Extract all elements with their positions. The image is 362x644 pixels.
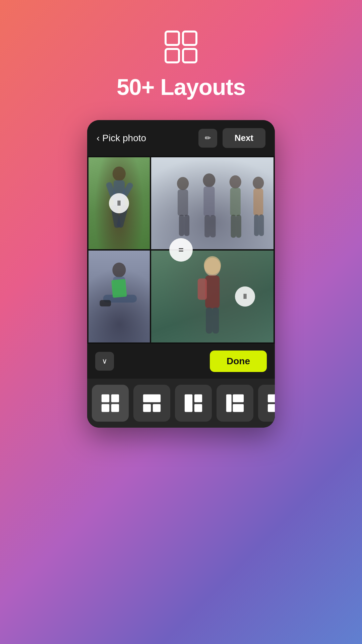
svg-rect-17: [210, 215, 216, 237]
svg-rect-29: [100, 300, 111, 307]
bottom-panel: ∨ Done: [87, 344, 275, 379]
pause-icon-1[interactable]: ⏸: [109, 193, 129, 213]
svg-rect-15: [203, 186, 215, 216]
svg-rect-25: [259, 214, 264, 236]
layout-item-2[interactable]: [133, 385, 170, 422]
phone-mockup: ‹ Pick photo ✏ Next: [87, 120, 275, 428]
svg-rect-24: [254, 214, 259, 236]
svg-rect-30: [111, 279, 127, 298]
svg-point-14: [203, 173, 215, 187]
next-button[interactable]: Next: [223, 128, 265, 148]
svg-rect-46: [194, 404, 202, 412]
center-control-icon[interactable]: =: [169, 238, 193, 262]
svg-rect-44: [185, 394, 192, 412]
layout-item-5[interactable]: [258, 385, 275, 422]
layouts-icon: [164, 30, 198, 64]
photo-cell-4[interactable]: ⏸: [151, 251, 274, 342]
svg-rect-3: [183, 49, 196, 62]
svg-point-4: [113, 166, 126, 181]
svg-point-22: [253, 177, 264, 189]
svg-rect-0: [166, 32, 179, 45]
svg-rect-49: [233, 404, 244, 412]
svg-point-32: [204, 256, 221, 275]
svg-rect-38: [111, 394, 119, 402]
done-button[interactable]: Done: [210, 351, 267, 372]
svg-rect-37: [102, 394, 109, 402]
pause-icon-2[interactable]: ⏸: [235, 286, 255, 307]
svg-rect-21: [236, 215, 241, 238]
svg-rect-11: [178, 190, 188, 216]
photo-grid: ⏸: [87, 156, 275, 344]
svg-rect-42: [143, 404, 151, 412]
svg-rect-48: [233, 394, 244, 402]
layout-item-3[interactable]: [175, 385, 212, 422]
svg-point-10: [177, 177, 189, 190]
svg-rect-2: [166, 49, 179, 62]
page-title: 50+ Layouts: [117, 74, 245, 100]
back-button[interactable]: ‹ Pick photo: [97, 133, 146, 144]
layout-item-4[interactable]: [217, 385, 253, 422]
collapse-button[interactable]: ∨: [95, 352, 114, 371]
svg-rect-50: [268, 394, 275, 402]
svg-rect-51: [268, 404, 275, 412]
svg-rect-20: [231, 215, 236, 238]
svg-rect-34: [197, 278, 206, 300]
svg-rect-13: [184, 215, 189, 236]
svg-rect-40: [111, 404, 119, 412]
svg-rect-43: [153, 404, 161, 412]
svg-rect-36: [212, 307, 219, 333]
photo-cell-1[interactable]: ⏸: [88, 157, 150, 249]
svg-rect-12: [179, 215, 184, 236]
svg-rect-41: [143, 394, 161, 402]
svg-rect-1: [183, 32, 196, 45]
svg-rect-19: [230, 188, 240, 216]
svg-point-26: [112, 263, 126, 277]
header-actions: ✏ Next: [198, 128, 265, 148]
svg-rect-39: [102, 404, 109, 412]
top-section: 50+ Layouts: [117, 0, 245, 120]
svg-rect-33: [205, 275, 220, 308]
svg-rect-16: [204, 215, 210, 237]
layout-item-1[interactable]: [92, 385, 129, 422]
edit-button[interactable]: ✏: [198, 129, 217, 148]
chevron-down-icon: ∨: [102, 357, 107, 366]
photo-cell-2[interactable]: [151, 157, 274, 249]
svg-point-18: [229, 175, 241, 189]
back-chevron-icon: ‹: [97, 133, 100, 144]
svg-rect-45: [194, 394, 202, 402]
header-bar: ‹ Pick photo ✏ Next: [87, 120, 275, 156]
svg-rect-23: [253, 189, 263, 215]
photo-cell-3[interactable]: [88, 251, 150, 342]
svg-rect-35: [206, 307, 213, 333]
back-label: Pick photo: [102, 133, 146, 144]
svg-rect-47: [226, 394, 232, 412]
edit-icon: ✏: [205, 134, 211, 143]
layout-picker: [87, 379, 275, 428]
